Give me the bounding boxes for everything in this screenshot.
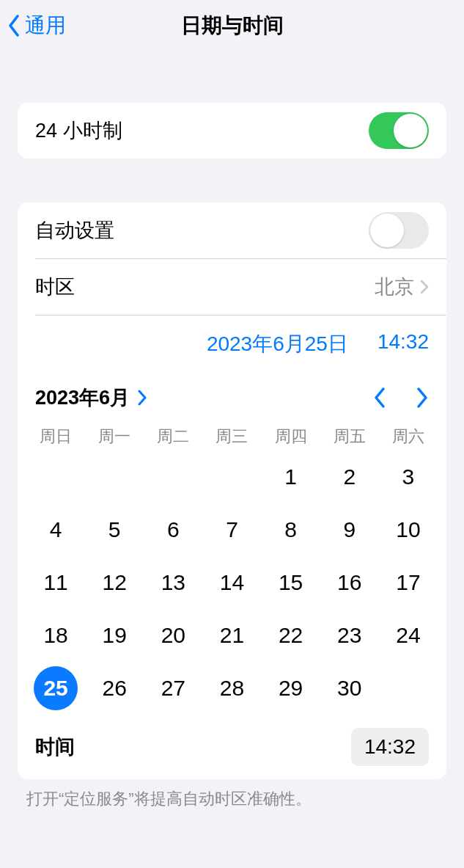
day-cell[interactable]: 25: [26, 662, 85, 715]
day-cell[interactable]: 9: [320, 503, 379, 556]
day-cell[interactable]: 8: [262, 503, 320, 556]
day-empty: [202, 451, 261, 503]
back-button[interactable]: 通用: [7, 12, 66, 40]
day-cell[interactable]: 13: [144, 556, 202, 609]
weekday-label: 周一: [85, 426, 144, 448]
time-row-label: 时间: [35, 734, 75, 760]
day-cell[interactable]: 5: [85, 503, 144, 556]
prev-month-button[interactable]: [373, 387, 386, 409]
weekday-label: 周日: [26, 426, 85, 448]
day-cell[interactable]: 30: [320, 662, 379, 715]
day-empty: [85, 451, 144, 503]
day-cell[interactable]: 15: [262, 556, 320, 609]
switch-24h[interactable]: [369, 112, 429, 149]
day-empty: [144, 451, 202, 503]
selected-time-button[interactable]: 14:32: [378, 330, 429, 358]
row-24h: 24 小时制: [18, 103, 446, 158]
chevron-right-icon: [137, 390, 147, 406]
row-auto-set: 自动设置: [18, 203, 446, 258]
day-empty: [26, 451, 85, 503]
day-cell[interactable]: 18: [26, 609, 85, 662]
day-cell[interactable]: 6: [144, 503, 202, 556]
back-label: 通用: [25, 12, 66, 40]
chevron-left-icon: [373, 387, 386, 409]
chevron-right-icon: [420, 280, 429, 294]
day-cell[interactable]: 20: [144, 609, 202, 662]
month-picker[interactable]: 2023年6月: [35, 384, 147, 411]
weekday-label: 周二: [144, 426, 202, 448]
auto-set-label: 自动设置: [35, 217, 114, 244]
day-cell[interactable]: 22: [262, 609, 320, 662]
day-cell[interactable]: 10: [379, 503, 438, 556]
footer-note: 打开“定位服务”将提高自动时区准确性。: [26, 788, 438, 810]
day-cell[interactable]: 19: [85, 609, 144, 662]
day-cell[interactable]: 4: [26, 503, 85, 556]
day-cell[interactable]: 27: [144, 662, 202, 715]
next-month-button[interactable]: [416, 387, 429, 409]
day-cell[interactable]: 26: [85, 662, 144, 715]
weekday-label: 周五: [320, 426, 379, 448]
weekday-label: 周四: [262, 426, 320, 448]
day-cell[interactable]: 28: [202, 662, 261, 715]
day-cell[interactable]: 11: [26, 556, 85, 609]
chevron-right-icon: [416, 387, 429, 409]
selected-date-button[interactable]: 2023年6月25日: [207, 330, 348, 358]
day-cell[interactable]: 17: [379, 556, 438, 609]
row-24h-label: 24 小时制: [35, 117, 122, 144]
weekday-label: 周三: [202, 426, 261, 448]
row-timezone[interactable]: 时区 北京: [18, 259, 446, 315]
weekday-label: 周六: [379, 426, 438, 448]
timezone-label: 时区: [35, 274, 75, 300]
day-cell[interactable]: 29: [262, 662, 320, 715]
day-cell[interactable]: 16: [320, 556, 379, 609]
switch-knob-icon: [370, 214, 404, 247]
datetime-summary: 2023年6月25日 14:32: [18, 316, 446, 367]
switch-auto-set[interactable]: [369, 212, 429, 249]
switch-knob-icon: [394, 114, 427, 147]
day-cell[interactable]: 3: [379, 451, 438, 503]
day-cell[interactable]: 12: [85, 556, 144, 609]
day-cell[interactable]: 14: [202, 556, 261, 609]
page-title: 日期与时间: [0, 12, 464, 40]
day-cell[interactable]: 1: [262, 451, 320, 503]
day-cell[interactable]: 7: [202, 503, 261, 556]
day-cell[interactable]: 2: [320, 451, 379, 503]
day-cell[interactable]: 21: [202, 609, 261, 662]
timezone-value: 北京: [375, 274, 414, 300]
day-cell[interactable]: 23: [320, 609, 379, 662]
time-picker-button[interactable]: 14:32: [351, 728, 429, 766]
chevron-left-icon: [7, 15, 21, 37]
day-cell[interactable]: 24: [379, 609, 438, 662]
month-label: 2023年6月: [35, 384, 130, 411]
